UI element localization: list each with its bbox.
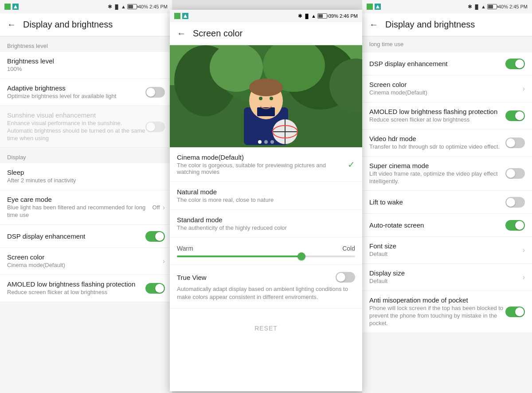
modal-signal-icon: ▐▌ [304,14,310,19]
left-screen-color-subtitle: Cinema mode(Default) [7,262,163,269]
eye-care-item[interactable]: Eye care mode Blue light has been filter… [0,190,172,225]
left-amoled-subtitle: Reduce screen flicker at low brightness [7,289,145,296]
true-view-title: True View [177,274,207,281]
right-anti-misop-toggle[interactable] [505,307,525,317]
sleep-title: Sleep [7,169,165,176]
true-view-toggle[interactable] [336,272,355,283]
left-amoled-title: AMOLED low brightness flashing protectio… [7,280,145,288]
right-font-size-item[interactable]: Font size Default › [362,237,532,264]
dot-1 [258,140,262,144]
right-time: 2:45 PM [509,4,528,9]
modal-bluetooth-icon: ✱ [298,13,302,19]
brightness-level-title: Brightness level [7,57,165,65]
right-display-size-subtitle: Default [369,278,523,285]
right-lift-wake-toggle[interactable] [505,197,525,208]
left-amoled-toggle[interactable] [145,283,165,294]
right-wifi-icon: ▲ [481,4,486,9]
right-screen-color-subtitle: Cinema mode(Default) [369,89,523,97]
sunshine-title: Sunshine visual enhancement [7,111,145,119]
left-battery-pct: 40% [138,4,148,9]
sleep-subtitle: After 2 minutes of inactivity [7,177,165,185]
left-amoled-item[interactable]: AMOLED low brightness flashing protectio… [0,275,172,302]
true-view-section: True View Automatically adapt display ba… [170,265,362,309]
right-display-size-chevron-icon: › [523,273,525,281]
right-video-hdr-subtitle: Transfer to hdr through sdr to optimize … [369,143,505,151]
left-dsp-item[interactable]: DSP display enhancement [0,225,172,248]
right-dsp-toggle[interactable] [505,59,525,69]
right-display-size-item[interactable]: Display size Default › [362,264,532,291]
right-auto-rotate-item[interactable]: Auto-rotate screen [362,214,532,237]
left-time: 2:45 PM [149,4,168,9]
left-screen-color-item[interactable]: Screen color Cinema mode(Default) › [0,248,172,275]
svg-point-17 [270,97,273,100]
right-font-size-chevron-icon: › [523,246,525,254]
right-anti-misop-subtitle: Phone will lock screen if the top has be… [369,305,505,327]
adaptive-brightness-toggle[interactable] [145,87,165,98]
right-super-cinema-toggle[interactable] [505,168,525,179]
right-font-size-title: Font size [369,242,523,250]
right-battery-icon [487,4,497,9]
right-display-size-title: Display size [369,269,523,277]
right-screen-color-chevron-icon: › [523,85,525,93]
app-icon-1 [4,4,11,10]
modal-back-button[interactable]: ← [177,28,186,39]
right-app-icon-1 [367,4,373,10]
right-app-icon-2 [375,4,381,10]
cinema-mode-check-icon: ✓ [348,159,355,170]
right-status-bar: ✱ ▐▌ ▲ 40% 2:45 PM [362,0,532,13]
right-video-hdr-item[interactable]: Video hdr mode Transfer to hdr through s… [362,130,532,157]
left-back-button[interactable]: ← [7,20,16,30]
natural-mode-subtitle: The color is more real, close to nature [177,196,274,203]
right-screen-color-item[interactable]: Screen color Cinema mode(Default) › [362,75,532,102]
warm-cold-track[interactable] [177,255,355,257]
standard-mode-item[interactable]: Standard mode The authenticity of the hi… [170,210,362,238]
modal-app-icon-2 [182,13,188,19]
left-screen-color-title: Screen color [7,253,163,261]
right-amoled-toggle[interactable] [505,110,525,121]
sunshine-toggle [145,122,165,132]
left-dsp-toggle[interactable] [145,231,165,242]
adaptive-brightness-item[interactable]: Adaptive brightness Optimize brightness … [0,79,172,106]
left-header: ← Display and brightness [0,13,172,36]
display-section-label: Display [0,148,172,163]
sunshine-enhancement-item: Sunshine visual enhancement Enhance visu… [0,106,172,148]
adaptive-brightness-title: Adaptive brightness [7,84,145,92]
reset-section: RESET [170,318,362,339]
warm-label: Warm [177,245,193,252]
sleep-item[interactable]: Sleep After 2 minutes of inactivity [0,163,172,190]
right-dsp-item[interactable]: DSP display enhancement [362,52,532,75]
right-anti-misop-title: Anti misoperation mode of pocket [369,296,505,304]
app-icon-2 [12,4,19,10]
warm-cold-thumb[interactable] [297,252,305,260]
cinema-mode-item[interactable]: Cinema mode(Default) The color is gorgeo… [170,147,362,182]
cinema-mode-title: Cinema mode(Default) [177,153,348,161]
right-panel: ✱ ▐▌ ▲ 40% 2:45 PM ← Display and brightn… [362,0,532,393]
right-super-cinema-subtitle: Lift video frame rate, optimize the vide… [369,170,505,185]
right-amoled-item[interactable]: AMOLED low brightness flashing protectio… [362,102,532,130]
right-auto-rotate-toggle[interactable] [505,220,525,231]
natural-mode-item[interactable]: Natural mode The color is more real, clo… [170,182,362,210]
right-auto-rotate-title: Auto-rotate screen [369,221,505,229]
right-video-hdr-toggle[interactable] [505,138,525,148]
modal-app-icon-1 [174,13,180,19]
standard-mode-title: Standard mode [177,216,287,224]
right-video-hdr-title: Video hdr mode [369,135,505,142]
right-header: ← Display and brightness [362,13,532,36]
right-font-size-subtitle: Default [369,251,523,258]
left-dsp-title: DSP display enhancement [7,232,145,240]
brightness-level-subtitle: 100% [7,66,165,73]
battery-icon [127,4,137,9]
right-super-cinema-item[interactable]: Super cinema mode Lift video frame rate,… [362,157,532,191]
photo-area [170,45,362,147]
modal-header: ← Screen color [170,22,362,45]
right-anti-misop-item[interactable]: Anti misoperation mode of pocket Phone w… [362,291,532,333]
true-view-description: Automatically adapt display based on amb… [177,285,355,301]
right-back-button[interactable]: ← [369,20,378,30]
wifi-icon: ▲ [121,4,126,9]
svg-point-10 [249,79,283,96]
brightness-level-item[interactable]: Brightness level 100% [0,52,172,79]
right-lift-wake-item[interactable]: Lift to wake [362,191,532,214]
warm-cold-slider-section: Warm Cold [170,238,362,265]
left-status-icons [4,4,19,10]
reset-button[interactable]: RESET [254,325,278,332]
